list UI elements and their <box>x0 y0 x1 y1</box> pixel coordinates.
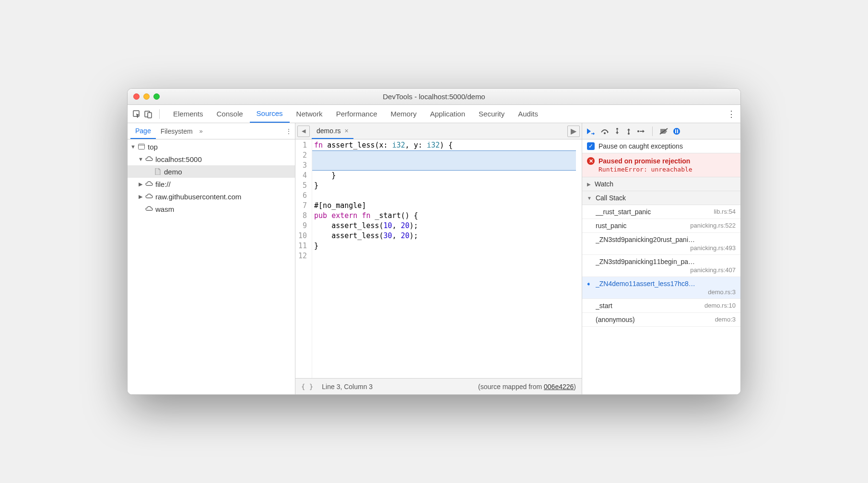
inspect-icon[interactable] <box>132 110 141 118</box>
stack-frame[interactable]: _ZN3std9panicking20rust_pani…panicking.r… <box>582 233 740 255</box>
step-icon[interactable] <box>637 127 645 135</box>
stack-frame[interactable]: _ZN3std9panicking11begin_pa…panicking.rs… <box>582 255 740 277</box>
pause-caught-checkbox[interactable]: ✓ <box>587 142 595 150</box>
code-line[interactable] <box>312 191 582 201</box>
stack-frame[interactable]: demo:3(anonymous) <box>582 313 740 327</box>
frame-name: _ZN4demo11assert_less17hc8… <box>596 280 736 288</box>
code-line[interactable]: fn assert_less(x: i32, y: i32) { <box>312 140 582 150</box>
tab-audits[interactable]: Audits <box>511 105 545 123</box>
editor-panel: ◀ demo.rs × ▶ 123456789101112 fn assert_… <box>295 123 582 394</box>
tab-elements[interactable]: Elements <box>166 105 210 123</box>
stack-frame[interactable]: lib.rs:54__rust_start_panic <box>582 205 740 219</box>
stack-frame[interactable]: panicking.rs:522rust_panic <box>582 219 740 233</box>
code-line[interactable]: } <box>312 181 582 191</box>
svg-point-9 <box>628 133 630 135</box>
close-tab-icon[interactable]: × <box>345 127 349 135</box>
tab-application[interactable]: Application <box>423 105 472 123</box>
code-line[interactable]: assert_less(30, 20); <box>312 231 582 241</box>
nav-back-icon[interactable]: ◀ <box>297 126 310 137</box>
step-out-icon[interactable] <box>625 127 632 135</box>
code-line[interactable] <box>312 251 582 261</box>
frame-name: (anonymous) <box>596 316 715 323</box>
source-map-link[interactable]: 006e4226 <box>544 383 574 391</box>
error-icon: ✕ <box>587 157 595 165</box>
debugger-toolbar <box>582 123 740 139</box>
frame-name: __rust_start_panic <box>596 208 714 216</box>
frame-location: panicking.rs:522 <box>690 222 736 229</box>
tree-wasm-label: wasm <box>155 205 174 213</box>
svg-rect-15 <box>677 129 678 133</box>
watch-header[interactable]: ▶ Watch <box>582 177 740 191</box>
code-area[interactable]: fn assert_less(x: i32, y: i32) { if x >=… <box>312 139 582 378</box>
svg-rect-14 <box>675 129 676 133</box>
tab-memory[interactable]: Memory <box>384 105 423 123</box>
frame-name: rust_panic <box>596 222 690 230</box>
main-area: Page Filesystem » ⋮ ▼ top ▼ localhost:50… <box>128 123 740 394</box>
tree-file[interactable]: ▶ file:// <box>128 178 295 190</box>
pause-exceptions-icon[interactable] <box>673 127 680 135</box>
svg-point-10 <box>637 130 639 132</box>
frame-location: panicking.rs:493 <box>596 244 736 252</box>
pause-on-caught-row[interactable]: ✓ Pause on caught exceptions <box>582 139 740 153</box>
code-editor[interactable]: 123456789101112 fn assert_less(x: i32, y… <box>295 139 582 378</box>
tab-security[interactable]: Security <box>472 105 511 123</box>
pause-caught-label: Pause on caught exceptions <box>598 142 683 150</box>
frame-name: _ZN3std9panicking20rust_pani… <box>596 236 736 243</box>
paused-highlight <box>312 150 576 171</box>
callstack-header[interactable]: ▼ Call Stack <box>582 191 740 205</box>
tab-filesystem[interactable]: Filesystem <box>156 123 198 139</box>
file-tab-demo[interactable]: demo.rs × <box>312 123 353 139</box>
navigator-tabs: Page Filesystem » ⋮ <box>128 123 295 139</box>
nav-forward-icon[interactable]: ▶ <box>567 126 580 137</box>
devtools-window: DevTools - localhost:5000/demo ElementsC… <box>127 88 741 395</box>
tree-host[interactable]: ▼ localhost:5000 <box>128 153 295 165</box>
stack-frame[interactable]: _ZN4demo11assert_less17hc8…demo.rs:3 <box>582 277 740 299</box>
code-line[interactable]: #[no_mangle] <box>312 201 582 211</box>
more-tabs-icon[interactable]: » <box>199 127 203 135</box>
tree-raw[interactable]: ▶ raw.githubusercontent.com <box>128 190 295 203</box>
step-over-icon[interactable] <box>600 127 609 135</box>
step-into-icon[interactable] <box>614 127 621 135</box>
code-line[interactable]: assert_less(10, 20); <box>312 221 582 231</box>
tab-page[interactable]: Page <box>130 123 156 139</box>
deactivate-breakpoints-icon[interactable] <box>659 127 668 135</box>
paused-title: Paused on promise rejection <box>598 157 690 165</box>
titlebar: DevTools - localhost:5000/demo <box>128 89 740 105</box>
toolbar-more-icon[interactable]: ⋮ <box>727 109 736 119</box>
file-tab-label: demo.rs <box>317 127 341 135</box>
cursor-position: Line 3, Column 3 <box>322 383 373 391</box>
window-title: DevTools - localhost:5000/demo <box>128 92 740 101</box>
tab-console[interactable]: Console <box>210 105 250 123</box>
editor-statusbar: { } Line 3, Column 3 (source mapped from… <box>295 378 582 394</box>
pretty-print-icon[interactable]: { } <box>301 383 313 391</box>
tab-network[interactable]: Network <box>290 105 329 123</box>
svg-rect-3 <box>139 144 145 150</box>
frame-location: lib.rs:54 <box>714 208 736 215</box>
callstack-list: lib.rs:54__rust_start_panicpanicking.rs:… <box>582 205 740 394</box>
code-line[interactable]: } <box>312 241 582 251</box>
navigator-menu-icon[interactable]: ⋮ <box>285 127 292 135</box>
tree-demo[interactable]: demo <box>128 165 295 178</box>
frame-location: demo.rs:10 <box>704 302 736 309</box>
tree-demo-label: demo <box>164 168 182 176</box>
code-line[interactable]: pub extern fn _start() { <box>312 211 582 221</box>
cloud-icon <box>145 180 153 188</box>
tree-wasm[interactable]: ▶ wasm <box>128 203 295 215</box>
tab-sources[interactable]: Sources <box>250 105 290 123</box>
stack-frame[interactable]: demo.rs:10_start <box>582 299 740 313</box>
code-line[interactable]: } <box>312 171 582 181</box>
file-tree: ▼ top ▼ localhost:5000 demo ▶ file:// <box>128 139 295 394</box>
resume-icon[interactable] <box>586 127 596 135</box>
frame-location: demo.rs:3 <box>596 288 736 296</box>
tab-performance[interactable]: Performance <box>329 105 384 123</box>
frame-name: _ZN3std9panicking11begin_pa… <box>596 258 736 265</box>
tree-host-label: localhost:5000 <box>155 155 202 163</box>
cloud-icon <box>145 155 153 163</box>
frame-location: panicking.rs:407 <box>596 266 736 274</box>
editor-tabs: ◀ demo.rs × ▶ <box>295 123 582 139</box>
device-toggle-icon[interactable] <box>144 110 152 118</box>
source-mapped: (source mapped from 006e4226) <box>478 383 576 391</box>
tree-top[interactable]: ▼ top <box>128 140 295 153</box>
watch-label: Watch <box>595 180 613 188</box>
main-toolbar: ElementsConsoleSourcesNetworkPerformance… <box>128 105 740 123</box>
